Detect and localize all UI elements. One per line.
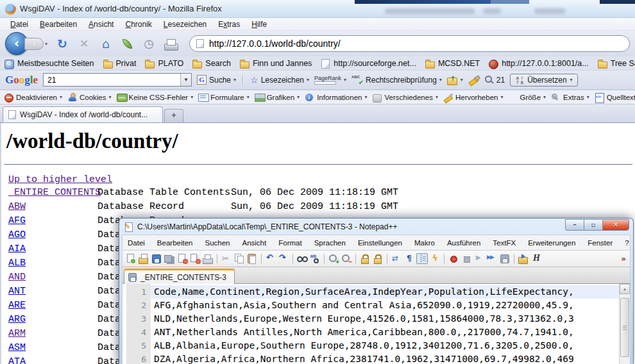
listing-link-ant[interactable]: ANT: [8, 285, 26, 299]
html-preview-icon[interactable]: [530, 253, 542, 264]
history-clock-icon[interactable]: ◷: [140, 37, 157, 51]
bookmark-http-127-0-0-1-8001-a[interactable]: http://127.0.0.1:8001/a...: [488, 59, 589, 68]
sync-h-icon[interactable]: [372, 253, 384, 264]
paste-icon[interactable]: [246, 253, 258, 264]
spellcheck-button[interactable]: Rechtschreibprüfung ▾: [351, 75, 442, 85]
listing-link-afg[interactable]: AFG: [8, 214, 26, 228]
url-bar[interactable]: [189, 35, 630, 52]
print-icon[interactable]: [202, 253, 214, 264]
scroll-up-button[interactable]: ▲: [620, 284, 630, 294]
up-to-higher-level-link[interactable]: Up to higher level: [8, 174, 112, 185]
cut-icon[interactable]: [221, 253, 232, 264]
devbar-item-deaktivieren[interactable]: Deaktivieren▾: [4, 93, 62, 102]
save-icon[interactable]: [151, 253, 162, 264]
google-bookmarks-button[interactable]: ☆ Lesezeichen ▾: [250, 76, 309, 85]
macro-multi-icon[interactable]: [486, 253, 498, 264]
editor-line-1[interactable]: Code,Name,Continent,Region,SurfaceArea,I…: [151, 285, 619, 299]
new-file-icon[interactable]: [125, 253, 137, 264]
listing-link-asm[interactable]: ASM: [8, 341, 26, 355]
listing-link-abw[interactable]: ABW: [8, 200, 26, 214]
zoom-in-icon[interactable]: [328, 253, 339, 264]
npp-menu-datei[interactable]: Datei: [128, 239, 145, 247]
npp-menu-textfx[interactable]: TextFX: [493, 239, 516, 247]
find-zoom-button[interactable]: 21: [484, 75, 505, 85]
close-button[interactable]: ✕: [602, 219, 629, 231]
devbar-item-hervorheben[interactable]: Hervorheben▾: [443, 93, 504, 102]
print-button[interactable]: [164, 38, 179, 50]
close-all-icon[interactable]: [189, 253, 201, 264]
sage-feed-icon[interactable]: [123, 38, 133, 50]
new-tab-button[interactable]: +: [164, 109, 183, 122]
npp-menu-bearbeiten[interactable]: Bearbeiten: [157, 239, 193, 247]
editor-line-3[interactable]: NLD,Netherlands,Europe,Western Europe,41…: [151, 312, 619, 326]
macro-play-icon[interactable]: [473, 253, 485, 264]
npp-menu-suchen[interactable]: Suchen: [205, 239, 230, 247]
listing-link-arm[interactable]: ARM: [8, 327, 26, 341]
menubar-item-hilfe[interactable]: Hilfe: [246, 19, 272, 30]
save-all-icon[interactable]: [164, 253, 175, 264]
forward-button[interactable]: ›: [24, 38, 44, 50]
macro-save-icon[interactable]: [499, 253, 511, 264]
devbar-item-grafiken[interactable]: Grafiken▾: [255, 93, 300, 102]
send-to-button[interactable]: ▾: [447, 76, 463, 85]
devbar-item-verschiedenes[interactable]: Verschiedenes▾: [372, 93, 437, 102]
stop-button[interactable]: ✕: [76, 37, 92, 51]
forward-dropdown-icon[interactable]: ▾: [45, 41, 47, 47]
find-icon[interactable]: [296, 253, 308, 264]
macro-record-icon[interactable]: [448, 253, 459, 264]
replace-icon[interactable]: [309, 253, 321, 264]
devbar-item-quelltext[interactable]: Quelltext▾: [595, 93, 635, 102]
listing-link-are[interactable]: ARE: [8, 299, 26, 313]
npp-menu-[interactable]: ?: [625, 239, 629, 247]
function-list-icon[interactable]: [429, 253, 441, 264]
document-tab[interactable]: _ENTIRE_CONTENTS-3: [124, 269, 235, 284]
copy-icon[interactable]: [233, 253, 245, 264]
show-symbols-icon[interactable]: [403, 253, 415, 264]
bookmark-meistbesuchte-seiten[interactable]: Meistbesuchte Seiten: [4, 59, 94, 68]
pagerank-indicator[interactable]: PageRank ▾: [314, 76, 346, 85]
bookmark-search[interactable]: Search: [192, 59, 231, 68]
bookmark-finn-und-jannes[interactable]: Finn und Jannes: [239, 59, 312, 68]
url-input[interactable]: [209, 38, 623, 49]
devbar-item-formulare[interactable]: Formulare▾: [198, 93, 249, 102]
menubar-item-chronik[interactable]: Chronik: [120, 19, 157, 30]
listing-link-ago[interactable]: AGO: [8, 228, 26, 242]
google-search-button[interactable]: G Suche ▾: [197, 75, 236, 85]
sync-v-icon[interactable]: [359, 253, 371, 264]
listing-link-arg[interactable]: ARG: [8, 313, 26, 327]
highlighter-icon[interactable]: [468, 75, 479, 85]
listing-link-and[interactable]: AND: [8, 270, 26, 285]
npp-menu-erweiterungen[interactable]: Erweiterungen: [528, 239, 575, 247]
menubar-item-datei[interactable]: Datei: [5, 19, 33, 30]
bookmark-tree-samples[interactable]: Tree Samples: [597, 59, 635, 68]
tab-wsgidav[interactable]: WsgiDAV - Index of /world-db/count...: [3, 106, 163, 122]
home-button[interactable]: ⌂: [97, 37, 114, 51]
maximize-button[interactable]: ▫: [584, 219, 602, 231]
undo-icon[interactable]: [265, 253, 276, 264]
search-history-dropdown-icon[interactable]: ▼: [180, 74, 191, 86]
minimize-button[interactable]: –: [565, 219, 584, 231]
listing-link-aia[interactable]: AIA: [8, 242, 26, 256]
editor-line-6[interactable]: DZA,Algeria,Africa,Northern Africa,23817…: [151, 352, 619, 364]
listing-link-ata[interactable]: ATA: [8, 355, 26, 364]
menubar-item-bearbeiten[interactable]: Bearbeiten: [35, 19, 82, 30]
npp-menu-format[interactable]: Format: [278, 239, 301, 247]
devbar-item-informationen[interactable]: Informationen▾: [305, 93, 367, 102]
npp-menu-sprachen[interactable]: Sprachen: [314, 239, 346, 247]
scrollbar-thumb[interactable]: [620, 298, 629, 357]
translate-button[interactable]: aí7ä Übersetzen ▾: [510, 74, 577, 87]
close-file-icon[interactable]: [176, 253, 188, 264]
google-search-box[interactable]: ▼: [43, 73, 192, 87]
menubar-item-ansicht[interactable]: Ansicht: [83, 19, 119, 30]
bookmark-privat[interactable]: Privat: [103, 59, 137, 68]
bookmark-http-sourceforge-net[interactable]: http://sourceforge.net...: [320, 59, 416, 68]
npp-menu-ansicht[interactable]: Ansicht: [242, 239, 267, 247]
indent-guide-icon[interactable]: [416, 253, 428, 264]
session-icon[interactable]: [518, 253, 529, 264]
devbar-item-extras[interactable]: Extras▾: [551, 93, 589, 102]
word-wrap-icon[interactable]: [391, 253, 402, 264]
vertical-scrollbar[interactable]: ▲: [619, 284, 630, 364]
listing-link-alb[interactable]: ALB: [8, 256, 26, 270]
npp-menu-fenster[interactable]: Fenster: [588, 239, 613, 247]
npp-menu-ausf-hren[interactable]: Ausführen: [447, 239, 480, 247]
